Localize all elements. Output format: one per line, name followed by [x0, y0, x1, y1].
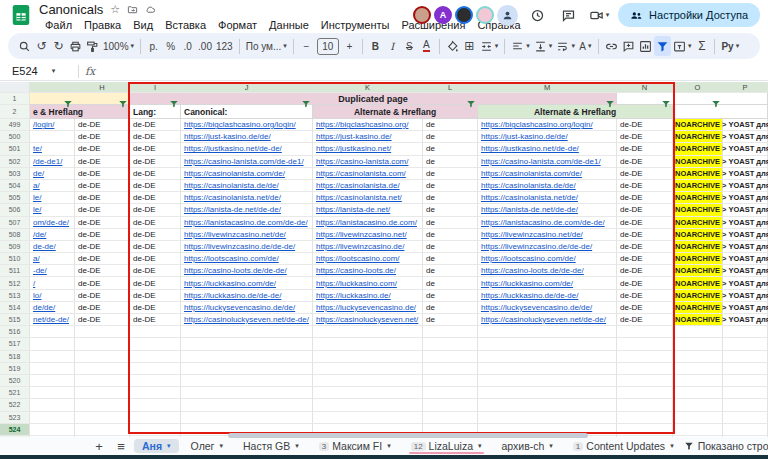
empty-cell[interactable]	[313, 387, 423, 399]
row-header[interactable]: 509	[0, 241, 30, 253]
cell-n[interactable]: de-DE	[617, 168, 673, 180]
row-header[interactable]: 513	[0, 290, 30, 302]
cell-i[interactable]: de-DE	[130, 131, 181, 143]
redo-icon[interactable]: ↻	[50, 36, 67, 56]
cell-l[interactable]: de	[423, 217, 478, 229]
insert-comment-icon[interactable]	[620, 36, 637, 56]
cell-o-noarchive[interactable]: NOARCHIVE > YOAST для	[673, 217, 723, 229]
cell-n[interactable]: de-DE	[617, 265, 673, 277]
cell-l[interactable]: de	[423, 253, 478, 265]
empty-cell[interactable]	[313, 412, 423, 424]
cell-h[interactable]: de-DE	[75, 143, 130, 155]
column-header-N[interactable]: N	[617, 82, 673, 93]
empty-cell[interactable]	[617, 387, 673, 399]
cell-j[interactable]: https://casino-loots.de/de-de/	[181, 265, 313, 277]
cell-l[interactable]: de	[423, 168, 478, 180]
column-header-I[interactable]: I	[130, 82, 181, 93]
empty-cell[interactable]	[617, 338, 673, 350]
empty-cell[interactable]	[30, 338, 75, 350]
cell-m[interactable]: https://casinolanista.com/de/	[478, 168, 617, 180]
empty-cell[interactable]	[478, 338, 617, 350]
empty-cell[interactable]	[478, 326, 617, 338]
empty-cell[interactable]	[478, 412, 617, 424]
empty-cell[interactable]	[181, 399, 313, 411]
empty-cell[interactable]	[423, 375, 478, 387]
empty-cell[interactable]	[313, 363, 423, 375]
move-folder-icon[interactable]	[127, 4, 138, 15]
empty-cell[interactable]	[130, 375, 181, 387]
empty-cell[interactable]	[723, 326, 768, 338]
cell-l[interactable]: de	[423, 314, 478, 326]
menu-item-5[interactable]: Данные	[263, 18, 315, 32]
empty-cell[interactable]	[673, 326, 723, 338]
cell-o-noarchive[interactable]: NOARCHIVE > YOAST для	[673, 253, 723, 265]
cell-h[interactable]: de-DE	[75, 302, 130, 314]
cell-m[interactable]: https://justkasino.net/de-de/	[478, 143, 617, 155]
cell-o-noarchive[interactable]: NOARCHIVE > YOAST для	[673, 156, 723, 168]
percent-format-button[interactable]: %	[162, 36, 179, 56]
filter-button-icon[interactable]	[466, 95, 476, 104]
cell-n[interactable]: de-DE	[617, 131, 673, 143]
cell-k[interactable]: https://luckysevencasino.de/	[313, 302, 423, 314]
empty-cell[interactable]	[617, 424, 673, 436]
cell-j[interactable]: https://livewinzcasino.de/de-de/	[181, 241, 313, 253]
cell-k[interactable]: https://bigclashcasino.org/	[313, 119, 423, 131]
cell-n[interactable]: de-DE	[617, 143, 673, 155]
cell-g[interactable]: de/de/	[30, 302, 75, 314]
cell-h[interactable]: de-DE	[75, 168, 130, 180]
cell-g[interactable]: a/	[30, 180, 75, 192]
empty-cell[interactable]	[723, 351, 768, 363]
menu-item-6[interactable]: Инструменты	[315, 18, 396, 32]
cell-h[interactable]: de-DE	[75, 180, 130, 192]
empty-cell[interactable]	[75, 351, 130, 363]
cell-i[interactable]: de-DE	[130, 265, 181, 277]
empty-cell[interactable]	[130, 363, 181, 375]
filter-button-icon[interactable]	[661, 95, 671, 104]
cell-o-noarchive[interactable]: NOARCHIVE > YOAST для	[673, 302, 723, 314]
cell-l[interactable]: de	[423, 204, 478, 216]
cell-i[interactable]: de-DE	[130, 217, 181, 229]
fill-color-icon[interactable]	[444, 36, 461, 56]
cell-l[interactable]: de	[423, 156, 478, 168]
cell-h[interactable]: de-DE	[75, 265, 130, 277]
cell-h[interactable]: de-DE	[75, 241, 130, 253]
column-header-P[interactable]: P	[723, 82, 768, 93]
text-color-button[interactable]: A	[418, 36, 435, 56]
font-size-input[interactable]: 10	[317, 38, 339, 55]
cell-i[interactable]: de-DE	[130, 253, 181, 265]
filter-button-icon[interactable]	[63, 95, 73, 104]
decrease-font-size-button[interactable]: −	[298, 36, 315, 56]
cell-i[interactable]: de-DE	[130, 168, 181, 180]
empty-cell[interactable]	[423, 338, 478, 350]
row-header[interactable]: 516	[0, 326, 30, 338]
empty-cell[interactable]	[130, 326, 181, 338]
cell-j[interactable]: https://justkasino.net/de-de/	[181, 143, 313, 155]
empty-cell[interactable]	[673, 375, 723, 387]
cell-o-noarchive[interactable]: NOARCHIVE > YOAST для	[673, 204, 723, 216]
row-header[interactable]: 520	[0, 375, 30, 387]
empty-cell[interactable]	[617, 412, 673, 424]
cell-i[interactable]: de-DE	[130, 290, 181, 302]
menu-item-0[interactable]: Файл	[39, 18, 78, 32]
zoom-select[interactable]: 100%▾	[101, 36, 136, 56]
column-header-L[interactable]: L	[423, 82, 478, 93]
cell-k[interactable]: https://casinolanista.com/	[313, 168, 423, 180]
cell-l[interactable]: de	[423, 241, 478, 253]
cell-k[interactable]: https://livewinzcasino.net/	[313, 229, 423, 241]
empty-cell[interactable]	[673, 338, 723, 350]
input-tools-button[interactable]: Ру▾	[719, 36, 741, 56]
empty-cell[interactable]	[181, 387, 313, 399]
empty-cell[interactable]	[313, 399, 423, 411]
cell-m[interactable]: https://casino-lanista.com/de-de1/	[478, 156, 617, 168]
empty-cell[interactable]	[423, 399, 478, 411]
cell-k[interactable]: https://casino-lanista.com/	[313, 156, 423, 168]
sheet-tab-0[interactable]: Аня▾	[134, 439, 179, 453]
cell-i[interactable]: de-DE	[130, 143, 181, 155]
cell-o-noarchive[interactable]: NOARCHIVE > YOAST для	[673, 265, 723, 277]
empty-cell[interactable]	[30, 412, 75, 424]
cell-k[interactable]: https://casino-loots.de/	[313, 265, 423, 277]
empty-cell[interactable]	[617, 375, 673, 387]
cell-g[interactable]: a/	[30, 253, 75, 265]
cell-j[interactable]: https://casinolanista.net/de/	[181, 192, 313, 204]
empty-cell[interactable]	[130, 387, 181, 399]
